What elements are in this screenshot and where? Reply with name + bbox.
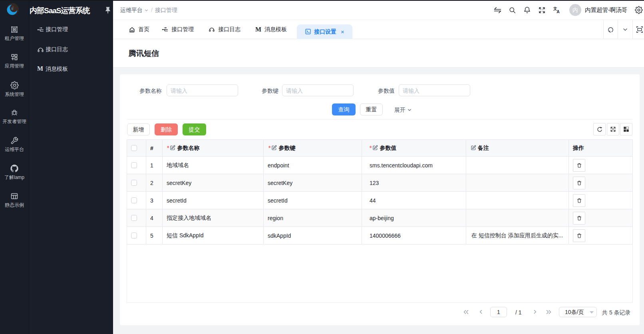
svg-text:A: A [557, 10, 560, 14]
